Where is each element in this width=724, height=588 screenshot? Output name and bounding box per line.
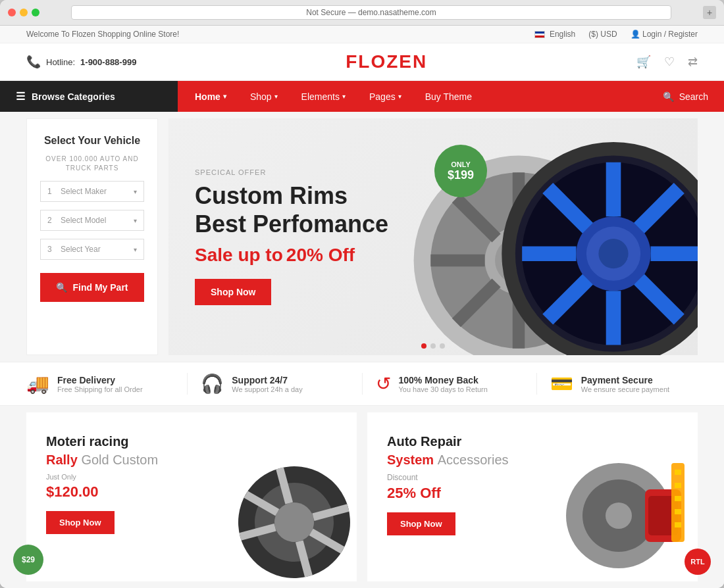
feature-delivery-title: Free Delivery (57, 375, 143, 385)
nav-elements[interactable]: Elements ▾ (291, 82, 356, 111)
select-num-1: 1 (47, 187, 55, 196)
promo-shop-now-1[interactable]: Shop Now (46, 511, 115, 534)
flag-icon (534, 31, 545, 38)
site-wrapper: Welcome To Flozen Shopping Online Store!… (0, 26, 724, 588)
promo-section: $29 Moteri racing Rally Gold Custom Just… (0, 406, 724, 588)
feature-payment-title: Payment Secure (581, 375, 669, 385)
year-select-row: 3 Select Year ▾ (40, 239, 144, 260)
feature-divider-1 (187, 373, 188, 395)
feature-support: 🎧 Support 24/7 We support 24h a day (201, 373, 348, 395)
dot-1[interactable] (421, 343, 427, 349)
nav-home[interactable]: Home ▾ (184, 82, 237, 111)
dot-3[interactable] (440, 343, 445, 349)
phone-icon: 📞 (26, 55, 41, 69)
search-icon: 🔍 (663, 91, 674, 102)
feature-moneyback-title: 100% Money Back (399, 375, 488, 385)
promo-card-1: Moteri racing Rally Gold Custom Just Onl… (26, 412, 357, 581)
vehicle-selector-subtitle: OVER 100.000 AUTO AND TRUCK PARTS (40, 155, 144, 173)
model-select[interactable]: Select Model (61, 216, 128, 225)
address-bar[interactable]: Not Secure — demo.nasatheme.com (71, 5, 671, 20)
minimize-button[interactable] (20, 9, 28, 16)
vehicle-selector: Select Your Vehicle OVER 100.000 AUTO AN… (26, 118, 158, 355)
browse-categories-button[interactable]: ☰ Browse Categories (0, 81, 178, 112)
find-part-button[interactable]: 🔍 Find My Part (40, 273, 144, 302)
main-content: Select Your Vehicle OVER 100.000 AUTO AN… (0, 112, 724, 588)
wishlist-icon[interactable]: ♡ (664, 55, 675, 69)
banner-price-badge: ONLY $199 (434, 145, 487, 197)
banner-sale: Sale up to 20% Off (195, 245, 388, 266)
model-select-row: 2 Select Model ▾ (40, 210, 144, 231)
rtl-badge: RTL (685, 549, 711, 575)
hotline-number: 1-900-888-999 (80, 57, 136, 67)
promo-brake-image (532, 412, 698, 581)
feature-payment-text: Payment Secure We ensure secure payment (581, 375, 669, 393)
chevron-down-icon: ▾ (223, 93, 226, 100)
badge-price: $199 (448, 168, 474, 182)
nav-bar: ☰ Browse Categories Home ▾ Shop ▾ Elemen… (0, 81, 724, 112)
nav-shop[interactable]: Shop ▾ (240, 82, 288, 111)
payment-icon: 💳 (550, 373, 573, 395)
svg-point-39 (606, 502, 632, 529)
close-button[interactable] (8, 9, 16, 16)
shop-now-button[interactable]: Shop Now (195, 279, 271, 305)
feature-free-delivery: 🚚 Free Delivery Free Shipping for all Or… (26, 373, 174, 395)
feature-divider-2 (362, 373, 363, 395)
vehicle-selector-title: Select Your Vehicle (40, 135, 144, 147)
svg-rect-44 (675, 483, 681, 488)
chevron-down-icon: ▾ (274, 93, 278, 100)
login-register-link[interactable]: 👤 Login / Register (631, 30, 698, 39)
hotline-label: Hotline: (46, 57, 75, 67)
search-icon: 🔍 (56, 282, 67, 293)
feature-support-desc: We support 24h a day (232, 385, 302, 393)
banner-text: SPECICAL OFFER Custom Rims Best Perfoman… (195, 168, 388, 305)
chevron-down-icon: ▾ (134, 246, 137, 253)
promo-shop-now-2[interactable]: Shop Now (387, 512, 455, 535)
currency-selector[interactable]: ($) USD (588, 30, 617, 39)
welcome-text: Welcome To Flozen Shopping Online Store! (26, 30, 179, 39)
sale-amount: 20% Off (286, 245, 355, 265)
top-bar: Welcome To Flozen Shopping Online Store!… (0, 26, 724, 43)
delivery-icon: 🚚 (26, 373, 49, 395)
chevron-down-icon: ▾ (342, 93, 346, 100)
feature-money-back: ↺ 100% Money Back You have 30 days to Re… (376, 373, 523, 395)
chevron-down-icon: ▾ (398, 93, 401, 100)
dot-2[interactable] (430, 343, 436, 349)
hero-banner: SPECICAL OFFER Custom Rims Best Perfoman… (168, 118, 698, 355)
language-selector[interactable]: English (534, 30, 576, 39)
svg-rect-45 (675, 496, 681, 501)
promo-card-2: Auto Repair System Accessories Discount … (367, 412, 698, 581)
badge-only-label: ONLY (451, 160, 471, 168)
site-logo[interactable]: FLOZEN (346, 51, 427, 72)
feature-delivery-desc: Free Shipping for all Order (57, 385, 143, 393)
nav-links: Home ▾ Shop ▾ Elements ▾ Pages ▾ Buy The… (178, 82, 647, 111)
support-icon: 🎧 (201, 373, 224, 395)
browse-categories-label: Browse Categories (32, 91, 115, 102)
hotline: 📞 Hotline: 1-900-888-999 (26, 55, 136, 69)
tire-svg (232, 450, 357, 581)
money-back-icon: ↺ (376, 373, 391, 395)
logo-part2: ZEN (386, 51, 427, 72)
hamburger-icon: ☰ (16, 90, 25, 103)
logo-part1: FLO (346, 51, 386, 72)
compare-icon[interactable]: ⇄ (688, 55, 698, 69)
discount-badge-green: $29 (13, 545, 43, 575)
maker-select[interactable]: Select Maker (61, 187, 128, 196)
year-select[interactable]: Select Year (61, 245, 128, 254)
cart-icon[interactable]: 🛒 (636, 55, 651, 69)
promo-tire-image (192, 412, 357, 581)
banner-wheels-image: OX (353, 118, 698, 355)
browser-window: Not Secure — demo.nasatheme.com + Welcom… (0, 0, 724, 588)
feature-support-title: Support 24/7 (232, 375, 302, 385)
nav-buy-theme[interactable]: Buy Theme (415, 82, 482, 111)
maximize-button[interactable] (32, 9, 39, 16)
banner-title: Custom Rims Best Perfomance (195, 182, 388, 238)
chevron-down-icon: ▾ (134, 217, 137, 224)
feature-delivery-text: Free Delivery Free Shipping for all Orde… (57, 375, 143, 393)
header: 📞 Hotline: 1-900-888-999 FLOZEN 🛒 ♡ ⇄ (0, 43, 724, 81)
new-tab-button[interactable]: + (703, 6, 716, 19)
features-bar: 🚚 Free Delivery Free Shipping for all Or… (0, 362, 724, 406)
nav-search-button[interactable]: 🔍 Search (647, 82, 724, 111)
feature-payment-desc: We ensure secure payment (581, 385, 669, 393)
browser-chrome: Not Secure — demo.nasatheme.com + (0, 0, 724, 26)
nav-pages[interactable]: Pages ▾ (359, 82, 412, 111)
